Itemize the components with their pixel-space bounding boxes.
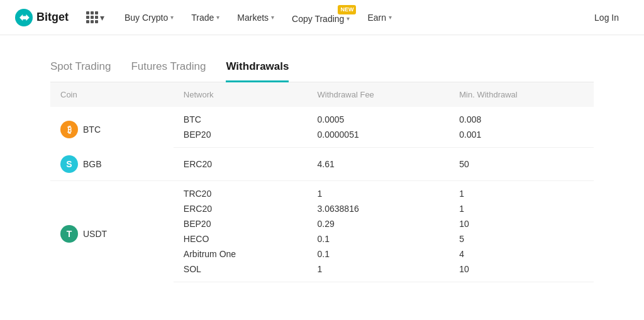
min-withdrawal-cell: 50 <box>449 148 594 181</box>
fee-cell: 4.61 <box>308 148 450 181</box>
fee-cell: 1 <box>308 262 450 282</box>
copy-trading-chevron-icon: ▾ <box>347 15 350 22</box>
table-body: ₿BTCBTC0.00050.008BEP200.00000510.001SBG… <box>50 107 594 282</box>
nav-label-copy-trading: Copy Trading <box>292 14 344 24</box>
fee-cell: 0.1 <box>308 246 450 262</box>
fee-cell: 3.0638816 <box>308 201 450 216</box>
tab-spot-trading[interactable]: Spot Trading <box>50 55 111 82</box>
logo-text: Bitget <box>36 11 69 24</box>
network-cell: BEP20 <box>174 216 308 231</box>
bgb-name: BGB <box>83 159 102 169</box>
coin-cell: ₿BTC <box>50 107 174 148</box>
grid-chevron-icon: ▾ <box>100 13 104 23</box>
nav-label-buy-crypto: Buy Crypto <box>125 13 168 23</box>
nav-item-copy-trading[interactable]: Copy Trading NEW ▾ <box>284 0 357 35</box>
main-content: Spot Trading Futures Trading Withdrawals… <box>0 35 644 302</box>
min-withdrawal-cell: 1 <box>449 180 594 201</box>
table-row: ₿BTCBTC0.00050.008 <box>50 107 594 127</box>
fee-cell: 0.29 <box>308 216 450 231</box>
nav-item-earn[interactable]: Earn ▾ <box>360 0 399 35</box>
earn-chevron-icon: ▾ <box>389 14 392 21</box>
usdt-name: USDT <box>83 229 107 239</box>
tabs-container: Spot Trading Futures Trading Withdrawals <box>50 55 594 82</box>
table-row: TUSDTTRC2011 <box>50 180 594 201</box>
min-withdrawal-cell: 5 <box>449 231 594 246</box>
usdt-icon: T <box>60 225 78 243</box>
min-withdrawal-cell: 0.008 <box>449 107 594 127</box>
nav-item-trade[interactable]: Trade ▾ <box>184 0 227 35</box>
bgb-icon: S <box>60 155 78 173</box>
new-badge: NEW <box>338 5 356 14</box>
apps-grid-button[interactable]: ▾ <box>81 9 109 26</box>
nav-item-buy-crypto[interactable]: Buy Crypto ▾ <box>117 0 181 35</box>
login-button[interactable]: Log In <box>584 9 629 26</box>
network-cell: TRC20 <box>174 180 308 201</box>
nav-label-markets: Markets <box>237 13 269 23</box>
withdrawals-table: Coin Network Withdrawal Fee Min. Withdra… <box>50 82 594 282</box>
coin-cell: SBGB <box>50 148 174 181</box>
col-header-network: Network <box>174 82 308 107</box>
network-cell: SOL <box>174 262 308 282</box>
network-cell: HECO <box>174 231 308 246</box>
btc-name: BTC <box>83 124 101 135</box>
min-withdrawal-cell: 10 <box>449 262 594 282</box>
trade-chevron-icon: ▾ <box>216 14 219 21</box>
tab-withdrawals[interactable]: Withdrawals <box>226 55 289 82</box>
min-withdrawal-cell: 0.001 <box>449 127 594 148</box>
nav-label-earn: Earn <box>367 13 386 23</box>
network-cell: Arbitrum One <box>174 246 308 262</box>
logo-icon <box>15 9 33 26</box>
network-cell: ERC20 <box>174 201 308 216</box>
fee-cell: 0.0000051 <box>308 127 450 148</box>
col-header-fee: Withdrawal Fee <box>308 82 450 107</box>
nav-item-markets[interactable]: Markets ▾ <box>230 0 282 35</box>
min-withdrawal-cell: 4 <box>449 246 594 262</box>
tab-futures-trading[interactable]: Futures Trading <box>131 55 206 82</box>
btc-icon: ₿ <box>60 121 78 138</box>
fee-cell: 1 <box>308 180 450 201</box>
buy-crypto-chevron-icon: ▾ <box>170 14 174 21</box>
network-cell: ERC20 <box>174 148 308 181</box>
navbar: Bitget ▾ Buy Crypto ▾ Trade ▾ Markets ▾ … <box>0 0 644 35</box>
fee-cell: 0.0005 <box>308 107 450 127</box>
grid-icon <box>86 11 98 23</box>
network-cell: BEP20 <box>174 127 308 148</box>
withdrawals-table-container: Coin Network Withdrawal Fee Min. Withdra… <box>50 82 594 282</box>
logo[interactable]: Bitget <box>15 9 69 26</box>
nav-label-trade: Trade <box>191 13 214 23</box>
network-cell: BTC <box>174 107 308 127</box>
table-header-row: Coin Network Withdrawal Fee Min. Withdra… <box>50 82 594 107</box>
markets-chevron-icon: ▾ <box>271 14 274 21</box>
col-header-min: Min. Withdrawal <box>449 82 594 107</box>
min-withdrawal-cell: 10 <box>449 216 594 231</box>
fee-cell: 0.1 <box>308 231 450 246</box>
table-row: SBGBERC204.6150 <box>50 148 594 181</box>
col-header-coin: Coin <box>50 82 174 107</box>
min-withdrawal-cell: 1 <box>449 201 594 216</box>
coin-cell: TUSDT <box>50 180 174 282</box>
